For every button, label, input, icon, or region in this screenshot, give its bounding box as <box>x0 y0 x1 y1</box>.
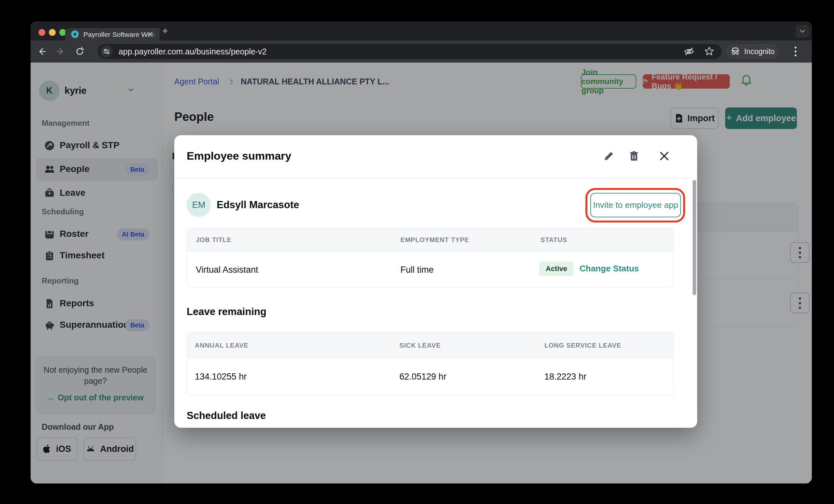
window-close-button[interactable] <box>39 29 45 36</box>
annual-leave-value: 134.10255 hr <box>195 372 247 382</box>
status-badge: Active <box>539 262 574 276</box>
employee-name: Edsyll Marcasote <box>217 199 299 211</box>
incognito-badge: Incognito <box>726 44 779 59</box>
scheduled-leave-heading: Scheduled leave <box>187 410 266 421</box>
column-header-annual-leave: ANNUAL LEAVE <box>195 342 248 349</box>
browser-toolbar: app.payroller.com.au/business/people-v2 … <box>30 40 812 63</box>
incognito-icon <box>730 47 740 57</box>
address-bar[interactable]: app.payroller.com.au/business/people-v2 <box>98 44 722 59</box>
close-modal-button[interactable] <box>658 150 672 163</box>
payroller-app: K kyrie Management Payroll & STP Pe <box>30 63 812 483</box>
payroller-favicon-icon <box>71 30 79 38</box>
column-header-long-service-leave: LONG SERVICE LEAVE <box>544 342 621 349</box>
leave-table-header: ANNUAL LEAVE SICK LEAVE LONG SERVICE LEA… <box>187 332 673 358</box>
employee-avatar: EM <box>187 193 211 217</box>
tune-icon <box>103 48 110 55</box>
modal-scrollbar[interactable] <box>693 180 696 295</box>
details-table-header: JOB TITLE EMPLOYMENT TYPE STATUS <box>187 228 673 251</box>
column-header-status: STATUS <box>541 236 567 244</box>
menu-dot <box>795 47 796 48</box>
tab-search-button[interactable] <box>795 25 809 38</box>
modal-header-divider <box>174 178 697 178</box>
hidden-eye-icon[interactable] <box>683 46 695 57</box>
invite-label: Invite to employee app <box>593 200 678 210</box>
forward-arrow-icon <box>56 47 65 57</box>
tab-strip: Payroller Software Web Appli ✕ + <box>30 22 812 40</box>
delete-employee-button[interactable] <box>628 150 641 163</box>
menu-dot <box>795 50 796 52</box>
back-button[interactable] <box>36 46 48 57</box>
incognito-label: Incognito <box>744 47 774 56</box>
column-header-sick-leave: SICK LEAVE <box>399 342 441 349</box>
column-header-job-title: JOB TITLE <box>196 236 231 244</box>
employee-initials: EM <box>192 200 205 210</box>
tab-close-icon[interactable]: ✕ <box>147 30 153 38</box>
job-title-value: Virtual Assistant <box>196 265 258 275</box>
browser-menu-button[interactable] <box>790 46 802 57</box>
trash-icon <box>628 150 640 162</box>
url-text: app.payroller.com.au/business/people-v2 <box>118 44 266 59</box>
long-service-leave-value: 18.2223 hr <box>544 372 586 382</box>
chevron-down-icon <box>799 28 806 35</box>
menu-dot <box>795 54 796 57</box>
column-header-employment-type: EMPLOYMENT TYPE <box>400 236 469 244</box>
employee-details-table: JOB TITLE EMPLOYMENT TYPE STATUS Virtual… <box>187 228 674 287</box>
pencil-icon <box>603 150 615 162</box>
modal-title: Employee summary <box>187 150 291 162</box>
back-arrow-icon <box>37 47 47 57</box>
leave-remaining-table: ANNUAL LEAVE SICK LEAVE LONG SERVICE LEA… <box>187 332 674 396</box>
new-tab-button[interactable]: + <box>162 26 168 36</box>
omnibox-actions <box>683 46 715 57</box>
change-status-link[interactable]: Change Status <box>579 264 639 274</box>
leave-remaining-heading: Leave remaining <box>187 306 266 317</box>
reload-icon <box>75 47 85 57</box>
browser-tab[interactable]: Payroller Software Web Appli ✕ <box>65 28 157 40</box>
employee-summary-modal: Employee summary EM Edsyll Marcasote Inv… <box>174 135 697 428</box>
browser-window: Payroller Software Web Appli ✕ + <box>30 22 812 483</box>
screenshot-stage: Payroller Software Web Appli ✕ + <box>0 0 834 504</box>
site-settings-button[interactable] <box>100 45 113 58</box>
sick-leave-value: 62.05129 hr <box>399 372 446 382</box>
window-minimize-button[interactable] <box>49 29 56 36</box>
edit-employee-button[interactable] <box>603 150 616 163</box>
close-icon <box>658 150 670 162</box>
employment-type-value: Full time <box>400 265 434 275</box>
reload-button[interactable] <box>74 46 86 57</box>
invite-to-employee-app-button[interactable]: Invite to employee app <box>590 193 681 217</box>
forward-button[interactable] <box>55 46 66 57</box>
bookmark-star-icon[interactable] <box>703 46 715 57</box>
